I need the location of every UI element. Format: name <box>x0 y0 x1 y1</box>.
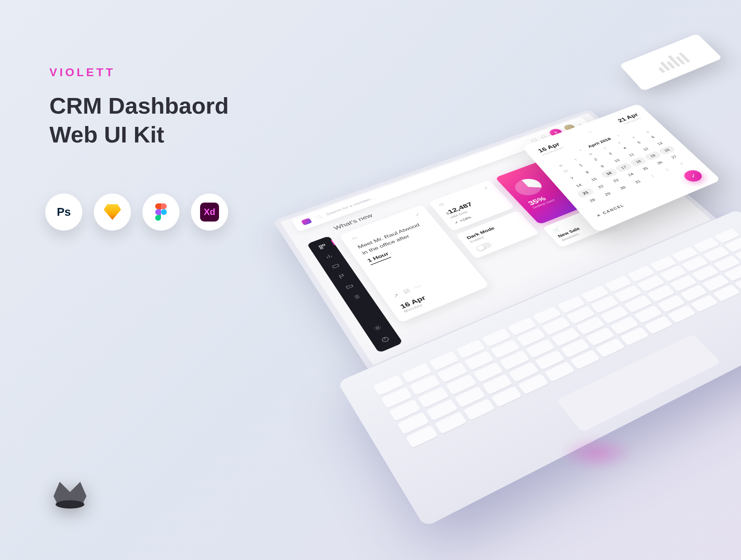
trackpad <box>556 334 721 432</box>
xd-icon: Xd <box>191 194 228 231</box>
bar-chart-icon <box>652 50 691 73</box>
photoshop-icon: Ps <box>45 194 82 231</box>
sidebar-folder-icon[interactable] <box>344 282 355 291</box>
svg-rect-4 <box>319 245 322 247</box>
next-month-button[interactable]: › <box>616 134 620 138</box>
search-icon <box>315 214 324 220</box>
promo-title: CRM Dashbaord Web UI Kit <box>49 91 229 149</box>
confirm-button[interactable]: ✓ <box>681 168 705 184</box>
prev-month-button[interactable]: ‹ <box>578 148 583 152</box>
expand-icon[interactable]: ⤢ <box>414 212 421 217</box>
svg-line-11 <box>354 295 358 296</box>
reminder-text: Meet Mr. Raul Atwood in the office after… <box>356 219 440 265</box>
sketch-icon <box>94 194 131 231</box>
check-icon[interactable]: ☑ <box>402 288 411 295</box>
darkmode-toggle[interactable] <box>475 241 493 252</box>
svg-point-1 <box>316 215 321 219</box>
svg-point-15 <box>381 336 389 343</box>
crown-logo-icon <box>49 474 91 511</box>
svg-point-0 <box>56 500 84 509</box>
reminder-date: 16 Apr Monday <box>399 275 477 313</box>
sidebar-analytics-icon[interactable] <box>324 252 334 260</box>
glow-decoration <box>560 436 634 469</box>
arrow-right-icon: → <box>585 129 594 135</box>
svg-line-13 <box>356 297 360 299</box>
app-logo-icon <box>301 218 312 226</box>
close-icon: ✕ <box>596 213 602 217</box>
cancel-button[interactable]: ✕CANCEL <box>596 203 625 217</box>
clock-icon: ◷ <box>438 202 445 207</box>
sidebar-dashboard-icon[interactable] <box>317 243 328 250</box>
calendar-from-date: 16 Apr THURSDAY <box>537 141 565 156</box>
trend-up-icon: ↗ <box>453 221 459 225</box>
svg-rect-5 <box>322 244 325 246</box>
svg-line-9 <box>331 256 332 257</box>
expand-icon[interactable]: ⤢ <box>482 186 489 190</box>
brand-label: VIOLETT <box>49 66 229 79</box>
svg-line-7 <box>327 257 328 258</box>
mini-chart-card[interactable] <box>619 34 722 91</box>
sidebar-power-icon[interactable] <box>380 335 391 344</box>
figma-icon <box>142 194 179 231</box>
svg-rect-10 <box>332 264 339 268</box>
svg-line-12 <box>355 296 359 298</box>
svg-point-14 <box>376 327 379 329</box>
more-icon[interactable]: ⋯ <box>413 283 423 290</box>
svg-line-8 <box>328 255 330 258</box>
share-icon[interactable]: ↗ <box>391 292 400 299</box>
calendar-to-date: 21 Apr TUESDAY <box>616 112 642 126</box>
svg-line-16 <box>384 338 385 340</box>
sidebar-settings-icon[interactable] <box>372 324 384 332</box>
sidebar-flag-icon[interactable] <box>337 272 348 280</box>
svg-rect-6 <box>320 247 323 249</box>
sidebar-wallet-icon[interactable] <box>330 262 341 270</box>
card-category-icon: ▭ <box>351 235 358 240</box>
tool-icons: Ps Xd <box>45 194 228 231</box>
sidebar-list-icon[interactable] <box>351 293 363 301</box>
